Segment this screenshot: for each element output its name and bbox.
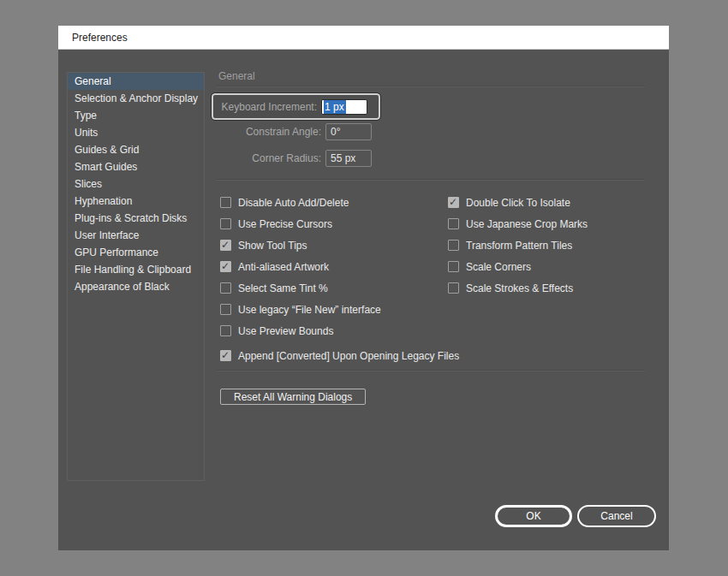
checkbox-icon[interactable] xyxy=(448,197,459,208)
desktop: { "window": { "title": "Preferences" }, … xyxy=(0,0,728,576)
checkbox-anti-aliased-artwork[interactable]: Anti-aliased Artwork xyxy=(220,256,381,277)
checkbox-use-legacy-file-new[interactable]: Use legacy “File New” interface xyxy=(220,299,381,320)
sidebar-item-slices[interactable]: Slices xyxy=(68,175,204,193)
ok-button[interactable]: OK xyxy=(495,505,572,527)
checkbox-icon[interactable] xyxy=(220,350,231,361)
checkbox-scale-corners[interactable]: Scale Corners xyxy=(448,256,588,277)
checkbox-use-preview-bounds[interactable]: Use Preview Bounds xyxy=(220,320,381,341)
preferences-category-list: General Selection & Anchor Display Type … xyxy=(67,72,205,481)
reset-all-warning-dialogs-button[interactable]: Reset All Warning Dialogs xyxy=(220,389,366,405)
sidebar-item-user-interface[interactable]: User Interface xyxy=(68,227,204,244)
preferences-dialog: Preferences General Selection & Anchor D… xyxy=(58,26,669,550)
sidebar-item-general[interactable]: General xyxy=(68,73,204,90)
checkbox-icon[interactable] xyxy=(448,282,459,294)
checkbox-double-click-to-isolate[interactable]: Double Click To Isolate xyxy=(448,192,588,213)
checkbox-use-japanese-crop-marks[interactable]: Use Japanese Crop Marks xyxy=(448,213,588,235)
sidebar-item-hyphenation[interactable]: Hyphenation xyxy=(68,193,204,210)
constrain-angle-label: Constrain Angle: xyxy=(217,126,321,138)
checkbox-icon[interactable] xyxy=(448,261,459,272)
divider xyxy=(217,370,645,371)
checkbox-disable-auto-add-delete[interactable]: Disable Auto Add/Delete xyxy=(220,192,381,213)
checkbox-scale-strokes-effects[interactable]: Scale Strokes & Effects xyxy=(448,277,588,299)
constrain-angle-input[interactable]: 0° xyxy=(325,123,372,140)
checkbox-icon[interactable] xyxy=(448,240,459,251)
corner-radius-label: Corner Radius: xyxy=(217,152,321,164)
sidebar-item-file-handling-clipboard[interactable]: File Handling & Clipboard xyxy=(68,261,204,278)
divider xyxy=(217,179,645,181)
checkbox-column-left: Disable Auto Add/Delete Use Precise Curs… xyxy=(220,192,381,341)
cancel-button[interactable]: Cancel xyxy=(577,505,656,527)
sidebar-item-appearance-of-black[interactable]: Appearance of Black xyxy=(68,278,204,295)
checkbox-column-right: Double Click To Isolate Use Japanese Cro… xyxy=(448,192,588,299)
keyboard-increment-label: Keyboard Increment: xyxy=(213,101,317,113)
dialog-title: Preferences xyxy=(72,32,128,44)
divider xyxy=(217,86,645,87)
sidebar-item-units[interactable]: Units xyxy=(68,124,204,141)
sidebar-item-gpu-performance[interactable]: GPU Performance xyxy=(68,244,204,261)
section-title: General xyxy=(218,70,255,82)
sidebar-item-smart-guides[interactable]: Smart Guides xyxy=(68,158,204,175)
sidebar-item-guides-grid[interactable]: Guides & Grid xyxy=(68,141,204,158)
checkbox-icon[interactable] xyxy=(220,325,231,336)
checkbox-icon[interactable] xyxy=(220,282,231,294)
corner-radius-value: 55 px xyxy=(331,152,355,164)
checkbox-icon[interactable] xyxy=(448,218,459,229)
checkbox-icon[interactable] xyxy=(220,218,231,229)
constrain-angle-row: Constrain Angle: 0° xyxy=(217,123,372,140)
keyboard-increment-input[interactable]: 1 px xyxy=(321,99,367,115)
constrain-angle-value: 0° xyxy=(331,126,340,138)
checkbox-icon[interactable] xyxy=(220,197,231,208)
checkbox-use-precise-cursors[interactable]: Use Precise Cursors xyxy=(220,213,381,235)
corner-radius-row: Corner Radius: 55 px xyxy=(217,150,372,167)
corner-radius-input[interactable]: 55 px xyxy=(325,150,372,167)
checkbox-transform-pattern-tiles[interactable]: Transform Pattern Tiles xyxy=(448,235,588,256)
sidebar-item-selection-anchor-display[interactable]: Selection & Anchor Display xyxy=(68,90,204,107)
checkbox-icon[interactable] xyxy=(220,240,231,251)
dialog-titlebar[interactable]: Preferences xyxy=(58,26,669,50)
keyboard-increment-row: Keyboard Increment: 1 px xyxy=(212,93,380,120)
sidebar-item-plugins-scratch-disks[interactable]: Plug-ins & Scratch Disks xyxy=(68,210,204,227)
dialog-body: General Selection & Anchor Display Type … xyxy=(58,50,669,550)
checkbox-show-tool-tips[interactable]: Show Tool Tips xyxy=(220,235,381,256)
checkbox-icon[interactable] xyxy=(220,261,231,272)
checkbox-select-same-tint[interactable]: Select Same Tint % xyxy=(220,277,381,299)
checkbox-append-converted[interactable]: Append [Converted] Upon Opening Legacy F… xyxy=(220,345,459,366)
selected-text: 1 px xyxy=(324,100,346,114)
checkbox-icon[interactable] xyxy=(220,304,231,315)
general-panel: General Keyboard Increment: 1 px Constra… xyxy=(217,50,645,550)
sidebar-item-type[interactable]: Type xyxy=(68,107,204,124)
